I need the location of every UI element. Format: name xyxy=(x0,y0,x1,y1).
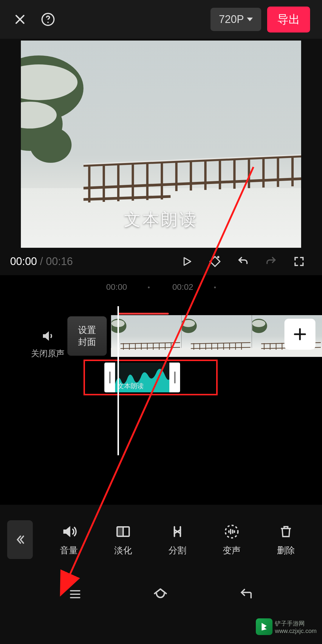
svg-point-3 xyxy=(47,22,49,23)
set-cover-button[interactable]: 设置 封面 xyxy=(67,316,107,356)
mute-label: 关闭原声 xyxy=(27,348,69,359)
current-time: 00:00 xyxy=(10,255,37,267)
tool-label: 分割 xyxy=(168,544,186,557)
tool-fade[interactable]: 淡化 xyxy=(114,523,132,557)
nav-home-icon[interactable] xyxy=(151,586,169,603)
audio-clip[interactable]: 文本朗读 xyxy=(104,363,180,392)
svg-point-79 xyxy=(225,525,238,538)
delete-icon xyxy=(278,523,293,540)
svg-rect-74 xyxy=(117,527,123,536)
tool-label: 变声 xyxy=(223,544,241,557)
svg-line-4 xyxy=(83,156,301,165)
resolution-button[interactable]: 720P xyxy=(210,8,261,31)
watermark: 铲子手游网 www.czjxjc.com xyxy=(256,618,317,635)
system-nav-bar xyxy=(0,575,322,614)
tool-bar: 音量 淡化 分割 变声 删除 xyxy=(0,510,322,569)
keyframe-button[interactable] xyxy=(203,250,227,273)
resolution-label: 720P xyxy=(219,13,244,26)
tool-voice-change[interactable]: 变声 xyxy=(223,523,241,557)
svg-line-22 xyxy=(83,155,301,164)
time-display: 00:00 / 00:16 xyxy=(10,255,73,268)
svg-line-5 xyxy=(83,179,301,188)
tool-label: 音量 xyxy=(60,544,78,557)
preview-subtitle: 文本朗读 xyxy=(124,208,198,231)
watermark-line1: 铲子手游网 xyxy=(275,620,317,628)
clip-handle-right[interactable] xyxy=(169,363,180,392)
tool-volume[interactable]: 音量 xyxy=(60,523,78,557)
tool-split[interactable]: 分割 xyxy=(168,523,186,557)
ruler-dot xyxy=(214,287,216,288)
ruler-tick-1: 00:02 xyxy=(172,282,193,292)
svg-point-58 xyxy=(252,320,265,327)
redo-button[interactable] xyxy=(259,250,283,273)
tool-back-button[interactable] xyxy=(7,520,33,559)
help-icon[interactable] xyxy=(40,11,56,27)
video-preview[interactable]: 文本朗读 xyxy=(21,41,301,248)
play-button[interactable] xyxy=(175,250,199,273)
video-thumbnail[interactable] xyxy=(111,315,181,357)
close-icon[interactable] xyxy=(12,11,28,27)
export-button[interactable]: 导出 xyxy=(267,7,310,32)
svg-point-45 xyxy=(182,320,195,327)
tracks-area[interactable]: 关闭原声 设置 封面 xyxy=(0,296,322,463)
tool-delete[interactable]: 删除 xyxy=(277,523,295,557)
preview-fence xyxy=(83,152,301,203)
clip-handle-left[interactable] xyxy=(104,363,115,392)
watermark-line2: www.czjxjc.com xyxy=(275,628,317,634)
volume-icon xyxy=(61,523,77,540)
time-ruler[interactable]: 00:00 00:02 xyxy=(0,278,322,296)
svg-marker-28 xyxy=(184,258,191,265)
video-thumbnail[interactable] xyxy=(181,315,252,357)
chevron-down-icon xyxy=(247,18,253,21)
watermark-badge xyxy=(256,618,273,635)
fade-icon xyxy=(115,523,131,540)
play-controls: 00:00 / 00:16 xyxy=(0,248,322,275)
add-clip-button[interactable] xyxy=(284,319,315,350)
ruler-tick-0: 00:00 xyxy=(106,282,127,292)
nav-menu-icon[interactable] xyxy=(67,587,83,602)
duration: 00:16 xyxy=(46,255,73,267)
keyframe-indicator xyxy=(118,313,169,315)
undo-button[interactable] xyxy=(231,250,255,273)
timeline[interactable]: 00:00 00:02 关闭原声 设置 封面 xyxy=(0,275,322,505)
tool-label: 删除 xyxy=(277,544,295,557)
mute-original-audio[interactable]: 关闭原声 xyxy=(27,329,69,359)
audio-clip-label: 文本朗读 xyxy=(117,382,144,391)
voice-change-icon xyxy=(223,523,240,540)
fullscreen-button[interactable] xyxy=(287,250,311,273)
tool-label: 淡化 xyxy=(114,544,132,557)
top-bar: 720P 导出 xyxy=(0,0,322,39)
playhead[interactable] xyxy=(117,306,119,455)
svg-line-6 xyxy=(83,196,171,199)
ruler-dot xyxy=(148,287,150,288)
split-icon xyxy=(170,523,185,540)
nav-back-icon[interactable] xyxy=(237,587,255,603)
preview-tree xyxy=(21,52,98,178)
svg-point-25 xyxy=(30,127,72,163)
audio-waveform[interactable]: 文本朗读 xyxy=(115,363,169,392)
speaker-icon xyxy=(27,329,69,344)
